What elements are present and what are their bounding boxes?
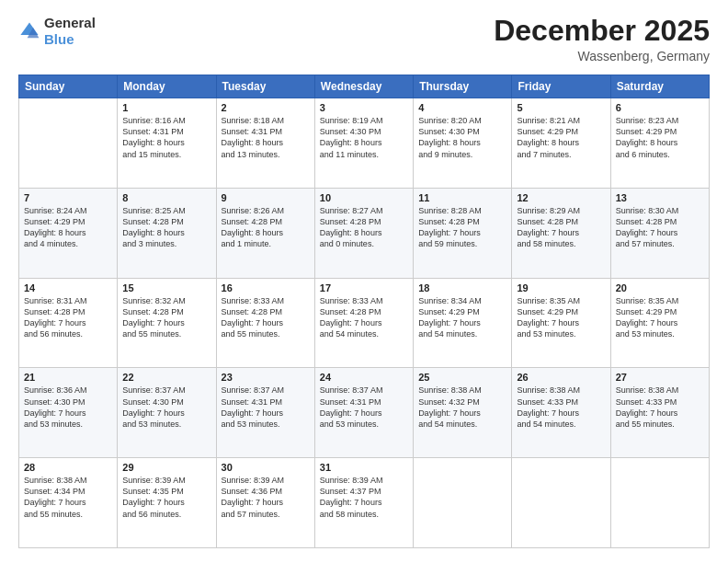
th-saturday: Saturday bbox=[610, 75, 709, 98]
day-number: 6 bbox=[616, 102, 704, 113]
calendar-title: December 2025 bbox=[494, 15, 710, 47]
day-info: Sunrise: 8:35 AM Sunset: 4:29 PM Dayligh… bbox=[616, 295, 704, 340]
calendar-week-1: 1Sunrise: 8:16 AM Sunset: 4:31 PM Daylig… bbox=[19, 98, 710, 189]
day-info: Sunrise: 8:34 AM Sunset: 4:29 PM Dayligh… bbox=[418, 295, 506, 340]
calendar-cell: 18Sunrise: 8:34 AM Sunset: 4:29 PM Dayli… bbox=[414, 278, 512, 368]
th-sunday: Sunday bbox=[19, 75, 118, 98]
day-info: Sunrise: 8:38 AM Sunset: 4:33 PM Dayligh… bbox=[616, 385, 704, 430]
day-number: 3 bbox=[320, 102, 408, 113]
day-number: 24 bbox=[320, 372, 408, 383]
day-info: Sunrise: 8:28 AM Sunset: 4:28 PM Dayligh… bbox=[418, 205, 506, 250]
day-number: 22 bbox=[122, 372, 210, 383]
logo-text: General Blue bbox=[44, 15, 96, 48]
day-info: Sunrise: 8:25 AM Sunset: 4:28 PM Dayligh… bbox=[122, 205, 210, 250]
day-info: Sunrise: 8:30 AM Sunset: 4:28 PM Dayligh… bbox=[616, 205, 704, 250]
calendar-cell: 7Sunrise: 8:24 AM Sunset: 4:29 PM Daylig… bbox=[19, 188, 118, 278]
calendar-cell: 10Sunrise: 8:27 AM Sunset: 4:28 PM Dayli… bbox=[314, 188, 413, 278]
day-number: 23 bbox=[222, 372, 310, 383]
day-number: 1 bbox=[122, 102, 210, 113]
title-block: December 2025 Wassenberg, Germany bbox=[494, 15, 710, 63]
calendar-cell: 4Sunrise: 8:20 AM Sunset: 4:30 PM Daylig… bbox=[414, 98, 512, 189]
day-info: Sunrise: 8:26 AM Sunset: 4:28 PM Dayligh… bbox=[222, 205, 310, 250]
day-number: 14 bbox=[24, 282, 112, 293]
day-number: 8 bbox=[122, 192, 210, 203]
calendar-cell: 28Sunrise: 8:38 AM Sunset: 4:34 PM Dayli… bbox=[19, 458, 118, 548]
day-info: Sunrise: 8:37 AM Sunset: 4:31 PM Dayligh… bbox=[320, 385, 408, 430]
day-number: 29 bbox=[122, 462, 210, 473]
th-monday: Monday bbox=[118, 75, 216, 98]
day-info: Sunrise: 8:18 AM Sunset: 4:31 PM Dayligh… bbox=[222, 115, 310, 160]
calendar-cell: 29Sunrise: 8:39 AM Sunset: 4:35 PM Dayli… bbox=[118, 458, 216, 548]
day-number: 10 bbox=[320, 192, 408, 203]
day-info: Sunrise: 8:21 AM Sunset: 4:29 PM Dayligh… bbox=[517, 115, 605, 160]
day-number: 27 bbox=[616, 372, 704, 383]
calendar-cell: 9Sunrise: 8:26 AM Sunset: 4:28 PM Daylig… bbox=[216, 188, 314, 278]
calendar-week-3: 14Sunrise: 8:31 AM Sunset: 4:28 PM Dayli… bbox=[19, 278, 710, 368]
calendar-cell: 12Sunrise: 8:29 AM Sunset: 4:28 PM Dayli… bbox=[512, 188, 610, 278]
day-number: 11 bbox=[418, 192, 506, 203]
day-number: 21 bbox=[24, 372, 112, 383]
th-wednesday: Wednesday bbox=[314, 75, 413, 98]
logo: General Blue bbox=[18, 15, 96, 48]
day-number: 30 bbox=[222, 462, 310, 473]
day-number: 9 bbox=[222, 192, 310, 203]
day-number: 15 bbox=[122, 282, 210, 293]
day-info: Sunrise: 8:16 AM Sunset: 4:31 PM Dayligh… bbox=[122, 115, 210, 160]
th-friday: Friday bbox=[512, 75, 610, 98]
day-info: Sunrise: 8:24 AM Sunset: 4:29 PM Dayligh… bbox=[24, 205, 112, 250]
calendar-cell: 5Sunrise: 8:21 AM Sunset: 4:29 PM Daylig… bbox=[512, 98, 610, 189]
calendar-cell: 30Sunrise: 8:39 AM Sunset: 4:36 PM Dayli… bbox=[216, 458, 314, 548]
calendar-cell: 1Sunrise: 8:16 AM Sunset: 4:31 PM Daylig… bbox=[118, 98, 216, 189]
calendar-cell: 27Sunrise: 8:38 AM Sunset: 4:33 PM Dayli… bbox=[610, 368, 709, 458]
day-info: Sunrise: 8:38 AM Sunset: 4:34 PM Dayligh… bbox=[24, 475, 112, 520]
logo-general: General bbox=[44, 15, 96, 30]
day-info: Sunrise: 8:20 AM Sunset: 4:30 PM Dayligh… bbox=[418, 115, 506, 160]
header: General Blue December 2025 Wassenberg, G… bbox=[18, 15, 710, 63]
day-info: Sunrise: 8:32 AM Sunset: 4:28 PM Dayligh… bbox=[122, 295, 210, 340]
day-info: Sunrise: 8:23 AM Sunset: 4:29 PM Dayligh… bbox=[616, 115, 704, 160]
calendar-cell: 25Sunrise: 8:38 AM Sunset: 4:32 PM Dayli… bbox=[414, 368, 512, 458]
calendar-cell: 13Sunrise: 8:30 AM Sunset: 4:28 PM Dayli… bbox=[610, 188, 709, 278]
calendar-cell: 6Sunrise: 8:23 AM Sunset: 4:29 PM Daylig… bbox=[610, 98, 709, 189]
day-info: Sunrise: 8:38 AM Sunset: 4:32 PM Dayligh… bbox=[418, 385, 506, 430]
day-number: 26 bbox=[517, 372, 605, 383]
day-info: Sunrise: 8:27 AM Sunset: 4:28 PM Dayligh… bbox=[320, 205, 408, 250]
day-number: 18 bbox=[418, 282, 506, 293]
calendar-cell: 19Sunrise: 8:35 AM Sunset: 4:29 PM Dayli… bbox=[512, 278, 610, 368]
day-info: Sunrise: 8:19 AM Sunset: 4:30 PM Dayligh… bbox=[320, 115, 408, 160]
day-number: 2 bbox=[222, 102, 310, 113]
calendar-cell: 17Sunrise: 8:33 AM Sunset: 4:28 PM Dayli… bbox=[314, 278, 413, 368]
day-number: 25 bbox=[418, 372, 506, 383]
day-info: Sunrise: 8:33 AM Sunset: 4:28 PM Dayligh… bbox=[320, 295, 408, 340]
calendar-week-5: 28Sunrise: 8:38 AM Sunset: 4:34 PM Dayli… bbox=[19, 458, 710, 548]
day-info: Sunrise: 8:39 AM Sunset: 4:36 PM Dayligh… bbox=[222, 475, 310, 520]
calendar-cell: 24Sunrise: 8:37 AM Sunset: 4:31 PM Dayli… bbox=[314, 368, 413, 458]
header-row: Sunday Monday Tuesday Wednesday Thursday… bbox=[19, 75, 710, 98]
calendar-cell: 20Sunrise: 8:35 AM Sunset: 4:29 PM Dayli… bbox=[610, 278, 709, 368]
day-info: Sunrise: 8:31 AM Sunset: 4:28 PM Dayligh… bbox=[24, 295, 112, 340]
calendar-cell: 8Sunrise: 8:25 AM Sunset: 4:28 PM Daylig… bbox=[118, 188, 216, 278]
day-info: Sunrise: 8:37 AM Sunset: 4:31 PM Dayligh… bbox=[222, 385, 310, 430]
day-info: Sunrise: 8:37 AM Sunset: 4:30 PM Dayligh… bbox=[122, 385, 210, 430]
calendar-table: Sunday Monday Tuesday Wednesday Thursday… bbox=[18, 75, 710, 548]
day-info: Sunrise: 8:39 AM Sunset: 4:37 PM Dayligh… bbox=[320, 475, 408, 520]
calendar-cell: 26Sunrise: 8:38 AM Sunset: 4:33 PM Dayli… bbox=[512, 368, 610, 458]
calendar-subtitle: Wassenberg, Germany bbox=[494, 49, 710, 63]
calendar-cell: 31Sunrise: 8:39 AM Sunset: 4:37 PM Dayli… bbox=[314, 458, 413, 548]
logo-blue: Blue bbox=[44, 31, 74, 47]
calendar-cell: 16Sunrise: 8:33 AM Sunset: 4:28 PM Dayli… bbox=[216, 278, 314, 368]
day-number: 12 bbox=[517, 192, 605, 203]
calendar-cell: 14Sunrise: 8:31 AM Sunset: 4:28 PM Dayli… bbox=[19, 278, 118, 368]
logo-icon bbox=[18, 20, 40, 42]
calendar-cell bbox=[512, 458, 610, 548]
page: General Blue December 2025 Wassenberg, G… bbox=[0, 0, 728, 563]
calendar-cell: 21Sunrise: 8:36 AM Sunset: 4:30 PM Dayli… bbox=[19, 368, 118, 458]
calendar-cell: 22Sunrise: 8:37 AM Sunset: 4:30 PM Dayli… bbox=[118, 368, 216, 458]
calendar-cell bbox=[610, 458, 709, 548]
day-number: 20 bbox=[616, 282, 704, 293]
day-number: 19 bbox=[517, 282, 605, 293]
day-number: 5 bbox=[517, 102, 605, 113]
calendar-cell: 11Sunrise: 8:28 AM Sunset: 4:28 PM Dayli… bbox=[414, 188, 512, 278]
day-number: 16 bbox=[222, 282, 310, 293]
day-info: Sunrise: 8:35 AM Sunset: 4:29 PM Dayligh… bbox=[517, 295, 605, 340]
